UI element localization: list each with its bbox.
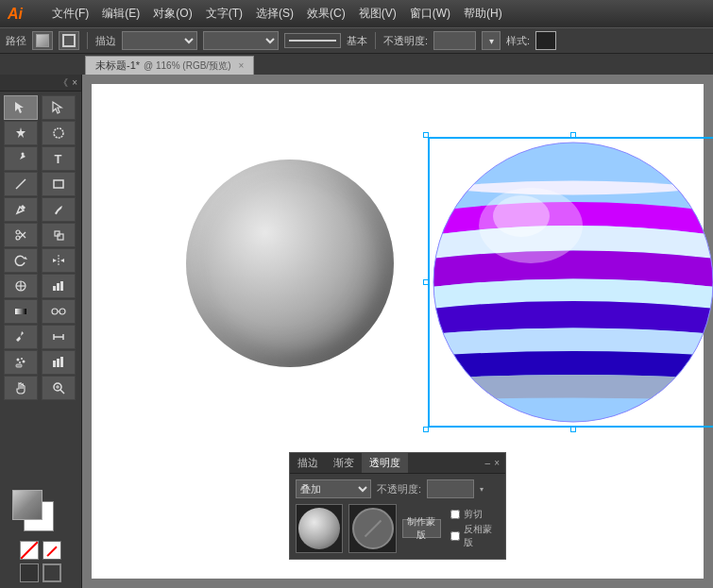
foreground-color-swatch[interactable]	[12, 490, 42, 520]
opacity-arrow-btn[interactable]: ▾	[482, 31, 501, 50]
menu-window[interactable]: 窗口(W)	[404, 4, 456, 24]
style-preview[interactable]	[535, 31, 556, 50]
tools-panel-header: 《 ×	[0, 75, 81, 92]
tab-transparency[interactable]: 透明度	[362, 453, 408, 473]
tab-stroke[interactable]: 描边	[290, 453, 326, 473]
sep1	[87, 32, 88, 49]
fill-color-btn[interactable]	[32, 31, 53, 50]
doc-tab-info: @ 116% (RGB/预览)	[144, 59, 230, 73]
tool-eyedropper[interactable]	[4, 325, 38, 349]
tool-measure[interactable]	[42, 325, 76, 349]
menu-type[interactable]: 文字(T)	[200, 4, 248, 24]
tool-rect[interactable]	[42, 172, 76, 196]
path-label: 路径	[6, 34, 26, 48]
blend-mode-select[interactable]: 叠加	[296, 479, 371, 498]
panel-body: 叠加 不透明度: 100% ▾ 制作蒙版	[290, 474, 505, 559]
checkboxes: 剪切 反相蒙版	[450, 508, 500, 549]
handle-ml[interactable]	[423, 279, 429, 285]
clip-label: 剪切	[464, 508, 483, 521]
svg-point-19	[52, 309, 58, 314]
invert-row: 反相蒙版	[450, 523, 500, 549]
none-swatch2[interactable]	[42, 541, 61, 560]
tool-pen[interactable]	[4, 146, 38, 171]
tool-brush[interactable]	[42, 197, 76, 222]
menu-object[interactable]: 对象(O)	[147, 4, 197, 24]
handle-bm[interactable]	[570, 427, 576, 432]
panel-collapse[interactable]: 《	[59, 76, 68, 90]
menu-file[interactable]: 文件(F)	[46, 4, 94, 24]
tool-warp[interactable]	[4, 274, 38, 298]
mask-buttons: 制作蒙版	[402, 519, 441, 538]
none-swatch[interactable]	[20, 541, 39, 560]
stroke-color-btn[interactable]	[59, 31, 79, 50]
canvas-area[interactable]: 描边 渐变 透明度 – × 叠加 不透明度: 100% ▾	[82, 75, 713, 588]
tool-select[interactable]	[4, 95, 38, 120]
opacity-input[interactable]: 100%	[433, 31, 476, 50]
tool-scale[interactable]	[42, 223, 76, 247]
svg-point-26	[21, 358, 23, 360]
svg-point-1	[22, 153, 25, 156]
tab-gradient[interactable]: 渐变	[326, 453, 362, 473]
menu-edit[interactable]: 编辑(E)	[96, 4, 145, 24]
tool-magic-wand[interactable]	[4, 121, 38, 145]
svg-point-5	[16, 236, 20, 240]
tool-scissors[interactable]	[4, 223, 38, 247]
content-thumbnail	[296, 504, 343, 553]
tool-direct-select[interactable]	[42, 95, 76, 120]
tool-lasso[interactable]	[42, 121, 76, 145]
opacity-value-input[interactable]: 100%	[427, 479, 474, 498]
tool-hand[interactable]	[4, 376, 38, 400]
menu-select[interactable]: 选择(S)	[250, 4, 299, 24]
sphere-thumb	[298, 508, 340, 549]
tools-grid: T	[0, 92, 81, 404]
svg-line-34	[60, 390, 64, 394]
striped-sphere-container[interactable]	[432, 141, 713, 424]
handle-bl[interactable]	[423, 427, 429, 432]
panel-tabs: 描边 渐变 透明度 – ×	[290, 453, 505, 474]
handle-tm[interactable]	[570, 132, 576, 138]
tool-column-graph[interactable]	[42, 350, 76, 375]
mode-swatches	[6, 563, 76, 582]
tool-pencil[interactable]	[4, 197, 38, 222]
doc-tab-close[interactable]: ×	[238, 60, 244, 71]
tool-zoom[interactable]	[42, 376, 76, 400]
svg-rect-3	[54, 180, 63, 188]
fill-swatch[interactable]	[20, 563, 39, 582]
svg-rect-15	[53, 286, 56, 291]
tool-line[interactable]	[4, 172, 38, 196]
menu-effect[interactable]: 效果(C)	[301, 4, 351, 24]
make-mask-btn[interactable]: 制作蒙版	[402, 519, 441, 538]
striped-sphere-svg	[432, 141, 713, 424]
stroke-select2[interactable]	[203, 31, 279, 50]
main-area: 《 × T	[0, 75, 713, 588]
svg-point-27	[19, 361, 21, 363]
thumbnails-row: 制作蒙版 剪切 反相蒙版	[296, 504, 500, 553]
svg-point-0	[54, 128, 63, 138]
menu-view[interactable]: 视图(V)	[353, 4, 402, 24]
no-mask-symbol	[352, 508, 394, 549]
tool-type[interactable]: T	[42, 146, 76, 171]
svg-rect-16	[57, 283, 59, 291]
opacity-label: 不透明度:	[377, 482, 421, 496]
menu-help[interactable]: 帮助(H)	[458, 4, 508, 24]
panel-expand[interactable]: ×	[492, 458, 501, 468]
tool-reflect[interactable]	[42, 248, 76, 273]
tool-graph[interactable]	[42, 274, 76, 298]
gray-sphere	[186, 160, 394, 367]
stroke-swatch[interactable]	[42, 563, 61, 582]
tool-blend[interactable]	[42, 299, 76, 324]
tool-symbol-spray[interactable]	[4, 350, 38, 375]
panel-minimize[interactable]: –	[484, 458, 493, 468]
panel-close[interactable]: ×	[72, 77, 77, 88]
invert-checkbox[interactable]	[450, 531, 460, 541]
stroke-select[interactable]	[122, 31, 197, 50]
doc-tab[interactable]: 未标题-1* @ 116% (RGB/预览) ×	[85, 56, 254, 75]
clip-checkbox[interactable]	[450, 510, 460, 519]
doc-tab-bar: 未标题-1* @ 116% (RGB/预览) ×	[0, 54, 713, 75]
tool-gradient[interactable]	[4, 299, 38, 324]
svg-rect-30	[53, 361, 56, 367]
handle-tl[interactable]	[423, 132, 429, 138]
tool-rotate[interactable]	[4, 248, 38, 273]
tools-panel: 《 × T	[0, 75, 82, 588]
opacity-arrow[interactable]: ▾	[480, 485, 484, 494]
